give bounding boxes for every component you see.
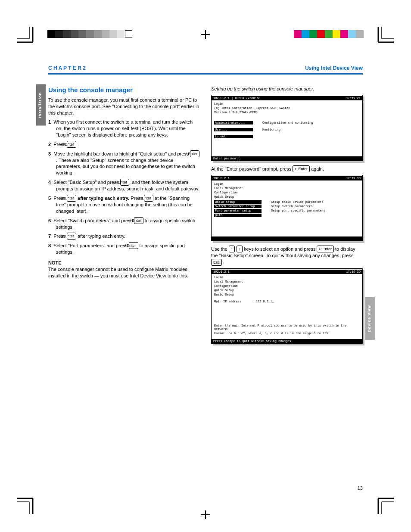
instruction-b: Use the ↑ ↓ keys to select an option and… [211, 246, 363, 266]
step-6: 6 Select "Switch parameters" and press ↵… [48, 217, 200, 230]
status-bar: Enter password: [212, 156, 362, 161]
left-column: Using the console manager To use the con… [48, 86, 200, 348]
color-swatches [294, 30, 364, 38]
right-column: Setting up the switch using the console … [211, 86, 363, 348]
instruction-a: At the "Enter password" prompt, press ↵E… [211, 165, 363, 172]
enter-key-icon: ↵Enter [190, 150, 199, 157]
step-3: 3 Move the highlight bar down to highlig… [48, 150, 200, 177]
menu-item[interactable]: User... [214, 128, 253, 131]
enter-key-icon: ↵Enter [120, 179, 130, 186]
enter-key-icon: ↵Enter [134, 217, 143, 224]
terminal-screenshot-login: 192.0.2.1 | 00:00:79:00:6817:19:21 Login… [211, 95, 363, 161]
enter-key-icon: ↵Enter [67, 195, 76, 202]
enter-key-icon: ↵Enter [129, 242, 138, 249]
side-tab-deviceview: Device View [365, 297, 375, 340]
menu-item[interactable]: Quit [214, 214, 262, 217]
menu-item[interactable]: Logout [214, 135, 253, 138]
menu-item[interactable]: Switch parameter setup [214, 205, 262, 208]
terminal-screenshot-quicksetup: 192.0.2.117:19:33 Login Local Management… [211, 175, 363, 241]
note-text: The console manager cannot be used to co… [48, 266, 200, 279]
section-heading: Using the console manager [48, 86, 200, 94]
down-key-icon: ↓ [237, 246, 243, 252]
crop-mark-tr [377, 27, 394, 44]
screenshot-caption: Setting up the switch using the console … [211, 86, 363, 92]
enter-key-icon: ↵Enter [144, 195, 153, 202]
side-tab-installation: Installation [36, 84, 46, 126]
section-title: Using Intel Device View [305, 65, 363, 72]
menu-item[interactable]: Port parameter setup [214, 209, 262, 212]
page-number: 13 [358, 485, 363, 492]
step-1: 1 When you first connect the switch to a… [48, 119, 200, 138]
header-rule [48, 73, 363, 75]
menu-item[interactable]: Basic setup [214, 200, 262, 204]
registration-crosshair [201, 510, 210, 519]
menu-item[interactable]: Administrator... [214, 121, 253, 124]
status-bar: Press Escape to quit without saving chan… [212, 339, 362, 343]
step-4: 4 Select "Basic Setup" and press ↵Enter,… [48, 179, 200, 192]
page: C H A P T E R 2 Using Intel Device View … [48, 65, 363, 480]
enter-key-icon: ↵Enter [67, 233, 76, 240]
status-bar [212, 236, 362, 241]
registration-crosshair [201, 30, 210, 39]
esc-key-icon: Esc [211, 259, 222, 266]
chapter-label: C H A P T E R 2 [48, 65, 86, 72]
crop-mark-br [377, 497, 394, 514]
note-block: NOTE The console manager cannot be used … [48, 260, 200, 279]
step-8: 8 Select "Port parameters" and press ↵En… [48, 242, 200, 255]
enter-key-icon: ↵Enter [67, 141, 76, 148]
enter-key-icon: ↵Enter [317, 246, 334, 252]
grayscale-swatches [47, 30, 132, 38]
crop-mark-bl [17, 497, 34, 514]
intro-paragraph: To use the console manager, you must fir… [48, 97, 200, 116]
enter-key-icon: ↵Enter [293, 165, 310, 172]
terminal-screenshot-basicsetup: 192.0.2.117:19:39 Login Local Management… [211, 268, 363, 344]
crop-mark-tl [17, 27, 34, 44]
page-header: C H A P T E R 2 Using Intel Device View [48, 65, 363, 72]
step-5: 5 Press ↵Enter after typing each entry. … [48, 195, 200, 215]
step-2: 2 Press ↵Enter. [48, 141, 200, 148]
note-label: NOTE [48, 260, 62, 265]
step-7: 7 Press ↵Enter after typing each entry. [48, 233, 200, 240]
up-key-icon: ↑ [229, 246, 235, 252]
